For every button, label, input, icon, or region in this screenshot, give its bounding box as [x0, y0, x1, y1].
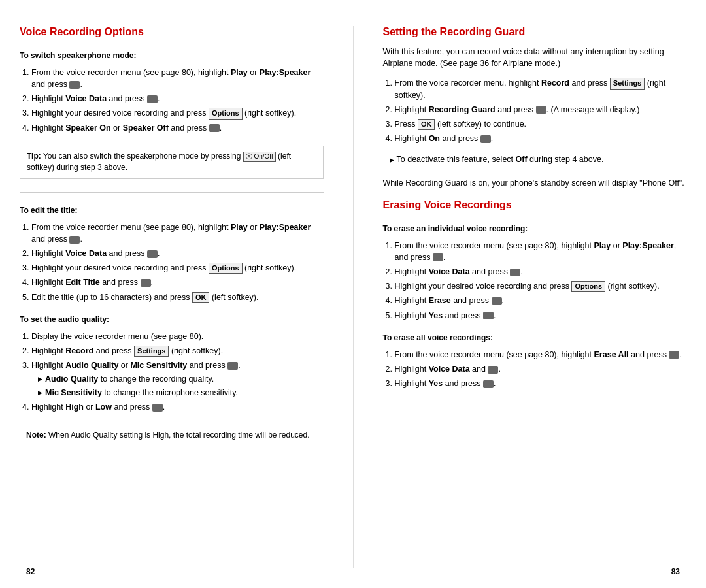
recording-guard-footer: While Recording Guard is on, your phone'…: [383, 177, 687, 189]
step-item: Highlight Yes and press .: [395, 378, 687, 389]
options-button-label: Options: [209, 108, 243, 119]
right-section2-title: Erasing Voice Recordings: [383, 199, 687, 211]
audio-quality-steps: Display the voice recorder menu (see pag…: [20, 331, 324, 416]
divider: [20, 192, 324, 193]
column-divider: [353, 26, 354, 568]
recording-guard-bullet: To deactivate this feature, select Off d…: [383, 154, 687, 167]
speakerphone-steps: From the voice recorder menu (see page 8…: [20, 67, 324, 137]
press-icon: [480, 135, 491, 143]
subsection-speakerphone-label: To switch speakerphone mode:: [20, 51, 324, 60]
step-item: Highlight Erase and press .: [395, 295, 687, 306]
step-item: Highlight Edit Title and press .: [31, 276, 324, 288]
erase-all-steps: From the voice recorder menu (see page 8…: [383, 349, 687, 392]
settings-button-label: Settings: [134, 346, 169, 357]
step-item: Highlight Voice Data and press .: [395, 266, 687, 278]
audio-bullets: Audio Quality to change the recording qu…: [31, 373, 324, 399]
step-item: Highlight Record and press Settings (rig…: [31, 345, 324, 357]
on-off-icon: Ⓧ On/Off: [243, 152, 276, 162]
note-box: Note: When Audio Quality setting is High…: [20, 425, 324, 446]
page-number-right: 83: [671, 567, 680, 576]
right-section1-title: Setting the Recording Guard: [383, 26, 687, 38]
press-icon: [227, 362, 238, 370]
tip-box: Tip: You can also switch the speakerphon…: [20, 146, 324, 179]
recording-guard-intro: With this feature, you can record voice …: [383, 46, 687, 69]
left-section-title: Voice Recording Options: [20, 26, 324, 38]
press-icon: [433, 253, 443, 261]
subsection-audio-label: To set the audio quality:: [20, 315, 324, 324]
bullet-item: To deactivate this feature, select Off d…: [390, 154, 687, 165]
step-item: Highlight Audio Quality or Mic Sensitivi…: [31, 359, 324, 398]
step-item: Highlight your desired voice recording a…: [31, 107, 324, 119]
step-item: From the voice recorder menu (see page 8…: [395, 349, 687, 361]
step-item: Highlight High or Low and press .: [31, 401, 324, 413]
press-icon: [147, 95, 158, 103]
options-button-label: Options: [209, 263, 243, 274]
step-item: Highlight On and press .: [395, 133, 687, 144]
press-icon: [510, 269, 520, 276]
right-column: Setting the Recording Guard With this fe…: [383, 26, 687, 568]
erase-individual-steps: From the voice recorder menu (see page 8…: [383, 240, 687, 324]
press-icon: [69, 81, 80, 89]
press-icon: [483, 380, 494, 388]
step-item: Highlight Recording Guard and press . (A…: [395, 104, 687, 116]
press-icon: [536, 106, 546, 114]
left-column: Voice Recording Options To switch speake…: [20, 26, 324, 568]
step-item: Highlight Speaker On or Speaker Off and …: [31, 122, 324, 134]
ok-button-label: OK: [418, 119, 435, 130]
step-item: From the voice recorder menu (see page 8…: [31, 67, 324, 90]
step-item: Highlight Voice Data and .: [395, 363, 687, 375]
step-item: Display the voice recorder menu (see pag…: [31, 331, 324, 342]
step-item: From the voice recorder menu, highlight …: [395, 77, 687, 101]
subsection-edit-title-label: To edit the title:: [20, 206, 324, 215]
bullet-item: Mic Sensitivity to change the microphone…: [38, 387, 324, 399]
ok-button-label: OK: [192, 292, 210, 303]
press-icon: [669, 351, 679, 359]
options-button-label: Options: [571, 281, 605, 292]
settings-button-label: Settings: [610, 78, 645, 89]
press-icon: [147, 250, 158, 258]
step-item: Highlight Voice Data and press .: [31, 93, 324, 105]
recording-guard-steps: From the voice recorder menu, highlight …: [383, 77, 687, 147]
press-icon: [152, 404, 163, 412]
press-icon: [483, 312, 494, 319]
step-item: Edit the title (up to 16 characters) and…: [31, 291, 324, 303]
step-item: From the voice recorder menu (see page 8…: [31, 221, 324, 245]
edit-title-steps: From the voice recorder menu (see page 8…: [20, 221, 324, 306]
press-icon: [492, 297, 502, 305]
subsection-erase-all-label: To erase all voice recordings:: [383, 333, 687, 342]
press-icon: [141, 279, 151, 287]
step-item: From the voice recorder menu (see page 8…: [395, 240, 687, 263]
press-icon: [488, 366, 498, 374]
bullet-item: Audio Quality to change the recording qu…: [38, 373, 324, 385]
step-item: Press OK (left softkey) to continue.: [395, 118, 687, 130]
step-item: Highlight Yes and press .: [395, 310, 687, 321]
subsection-erase-individual-label: To erase an individual voice recording:: [383, 224, 687, 233]
step-item: Highlight your desired voice recording a…: [395, 280, 687, 292]
step-item: Highlight Voice Data and press .: [31, 248, 324, 259]
press-icon: [69, 236, 80, 244]
step-item: Highlight your desired voice recording a…: [31, 262, 324, 274]
page-number-left: 82: [26, 567, 35, 576]
press-icon: [209, 124, 220, 132]
